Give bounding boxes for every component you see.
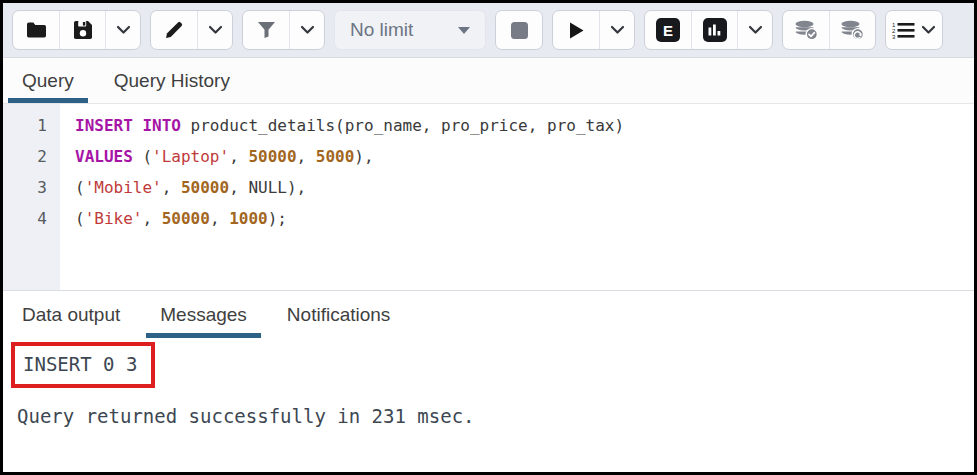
toolbar-group <box>552 10 635 50</box>
save-icon <box>73 20 93 40</box>
toolbar-group <box>782 10 876 50</box>
token-plain: , <box>142 209 161 228</box>
pgadmin-query-tool-window: No limitE123 QueryQuery History 1234 INS… <box>0 0 977 475</box>
token-plain: , NULL), <box>229 178 306 197</box>
messages-panel: INSERT 0 3 Query returned successfully i… <box>3 338 974 472</box>
tab-data-output[interactable]: Data output <box>8 291 134 338</box>
tab-query-history[interactable]: Query History <box>100 58 244 103</box>
token-plain: ); <box>268 209 287 228</box>
edit-menu-button[interactable] <box>197 11 232 49</box>
line-number: 3 <box>3 172 47 203</box>
insert-result-text: INSERT 0 3 <box>23 353 137 375</box>
commit-icon <box>794 20 819 41</box>
macro-icon: 123 <box>892 22 936 39</box>
toolbar-group: 123 <box>885 10 943 50</box>
line-number: 4 <box>3 203 47 234</box>
explain-analyze-button[interactable] <box>691 11 737 49</box>
save-button[interactable] <box>59 11 105 49</box>
chevron-down-icon <box>300 25 315 35</box>
toolbar-group <box>242 10 325 50</box>
filter-button[interactable] <box>243 11 289 49</box>
code-line: ('Mobile', 50000, NULL), <box>75 172 624 203</box>
pencil-icon <box>164 20 184 40</box>
toolbar-group <box>495 10 543 50</box>
chevron-down-icon <box>116 25 131 35</box>
token-number: 50000 <box>162 209 210 228</box>
explain-icon: E <box>656 18 680 42</box>
explain-menu-button[interactable] <box>737 11 772 49</box>
token-plain: , <box>162 178 181 197</box>
token-number: 5000 <box>316 147 355 166</box>
funnel-icon <box>257 21 276 39</box>
explain-button[interactable]: E <box>645 11 691 49</box>
token-plain: product_details(pro_name, pro_price, pro… <box>181 116 624 135</box>
tab-query[interactable]: Query <box>8 58 88 103</box>
token-plain: ( <box>75 178 85 197</box>
toolbar-group <box>150 10 233 50</box>
token-keyword: VALUES <box>75 147 133 166</box>
rollback-icon <box>840 20 865 41</box>
cancel-query-button[interactable] <box>496 11 542 49</box>
code-line: VALUES ('Laptop', 50000, 5000), <box>75 141 624 172</box>
stop-icon <box>510 21 529 40</box>
token-string: 'Mobile' <box>85 178 162 197</box>
play-icon <box>568 21 585 40</box>
query-tabbar: QueryQuery History <box>3 58 974 104</box>
chevron-down-icon <box>610 25 625 35</box>
commit-button[interactable] <box>783 11 829 49</box>
folder-icon <box>26 21 47 39</box>
sql-code-area[interactable]: INSERT INTO product_details(pro_name, pr… <box>60 104 624 290</box>
caret-down-icon <box>458 27 470 34</box>
line-number: 2 <box>3 141 47 172</box>
token-number: 50000 <box>248 147 296 166</box>
token-keyword: INSERT INTO <box>75 116 181 135</box>
svg-text:3: 3 <box>892 34 896 39</box>
token-string: 'Bike' <box>85 209 143 228</box>
toolbar-group <box>12 10 141 50</box>
token-plain: ( <box>133 147 152 166</box>
code-line: ('Bike', 50000, 1000); <box>75 203 624 234</box>
toolbar-group: E <box>644 10 773 50</box>
tab-messages[interactable]: Messages <box>146 291 261 338</box>
open-file-button[interactable] <box>13 11 59 49</box>
token-number: 1000 <box>229 209 268 228</box>
output-tabbar: Data outputMessagesNotifications <box>3 290 974 338</box>
macros-button[interactable]: 123 <box>886 11 942 49</box>
edit-button[interactable] <box>151 11 197 49</box>
insert-result-annotation-box: INSERT 0 3 <box>11 342 155 388</box>
row-limit-value: No limit <box>350 19 413 41</box>
line-number: 1 <box>3 110 47 141</box>
query-toolbar: No limitE123 <box>3 3 974 58</box>
rollback-button[interactable] <box>829 11 875 49</box>
filter-menu-button[interactable] <box>289 11 324 49</box>
code-line: INSERT INTO product_details(pro_name, pr… <box>75 110 624 141</box>
token-plain: ( <box>75 209 85 228</box>
token-plain: , <box>297 147 316 166</box>
sql-editor[interactable]: 1234 INSERT INTO product_details(pro_nam… <box>3 104 974 290</box>
token-plain: , <box>229 147 248 166</box>
chevron-down-icon <box>208 25 223 35</box>
token-number: 50000 <box>181 178 229 197</box>
token-plain: ), <box>354 147 373 166</box>
line-number-gutter: 1234 <box>3 104 60 290</box>
save-menu-button[interactable] <box>105 11 140 49</box>
analyze-icon <box>703 18 727 42</box>
row-limit-select[interactable]: No limit <box>334 10 486 50</box>
token-plain: , <box>210 209 229 228</box>
tab-notifications[interactable]: Notifications <box>273 291 405 338</box>
query-status-text: Query returned successfully in 231 msec. <box>17 405 974 427</box>
execute-button[interactable] <box>553 11 599 49</box>
token-string: 'Laptop' <box>152 147 229 166</box>
chevron-down-icon <box>748 25 763 35</box>
execute-menu-button[interactable] <box>599 11 634 49</box>
